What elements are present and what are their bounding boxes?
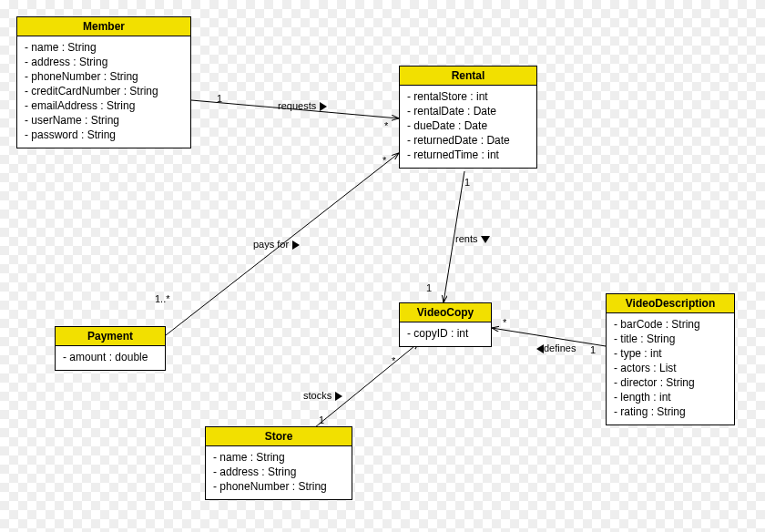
class-member-attrs: - name : String - address : String - pho… [17,36,190,148]
mult-paysfor-to: * [382,155,386,166]
edge-label-requests: requests [278,100,327,111]
class-rental: Rental - rentalStore : int - rentalDate … [399,66,537,169]
class-videocopy-title: VideoCopy [400,303,491,322]
class-rental-attrs: - rentalStore : int - rentalDate : Date … [400,86,536,168]
mult-paysfor-from: 1..* [155,293,170,304]
edge-label-text: rents [455,233,477,244]
attr: - name : String [25,40,183,55]
edge-label-text: defines [544,343,576,353]
attr: - creditCardNumber : String [25,84,183,98]
attr: - amount : double [63,350,158,364]
attr: - address : String [25,55,183,69]
attr: - returnedDate : Date [407,133,529,148]
class-payment: Payment - amount : double [55,326,166,371]
attr: - copyID : int [407,326,484,341]
attr: - userName : String [25,113,183,128]
mult-requests-to: * [384,120,388,131]
edge-label-stocks: stocks [303,390,342,401]
attr: - title : String [614,332,727,346]
attr: - director : String [614,375,727,390]
mult-rents-from: 1 [464,177,470,188]
class-store-title: Store [206,427,352,446]
arrow-icon [481,236,490,243]
attr: - emailAddress : String [25,98,183,113]
attr: - rentalDate : Date [407,104,529,118]
edge-label-paysfor: pays for [253,239,300,250]
class-payment-attrs: - amount : double [56,346,165,370]
class-videodescription: VideoDescription - barCode : String - ti… [606,293,735,425]
class-payment-title: Payment [56,327,165,346]
attr: - phoneNumber : String [213,479,344,494]
attr: - actors : List [614,361,727,375]
edge-label-text: requests [278,100,316,111]
edge-label-defines: defines [533,343,576,353]
attr: - rating : String [614,404,727,419]
mult-stocks-to: * [392,355,395,366]
class-member-title: Member [17,17,190,36]
class-videodescription-title: VideoDescription [607,294,734,313]
arrow-icon [335,392,342,401]
attr: - phoneNumber : String [25,69,183,84]
class-store-attrs: - name : String - address : String - pho… [206,446,352,499]
edge-label-text: stocks [303,390,332,401]
edge-label-rents: rents [455,233,490,244]
mult-defines-to: 1 [590,344,596,355]
edge-label-text: pays for [253,239,289,250]
class-videocopy: VideoCopy - copyID : int [399,302,492,347]
attr: - dueDate : Date [407,118,529,133]
attr: - barCode : String [614,317,727,332]
mult-rents-to: 1 [426,282,432,293]
attr: - returnedTime : int [407,148,529,162]
attr: - name : String [213,450,344,465]
uml-canvas: Member - name : String - address : Strin… [0,0,765,532]
class-rental-title: Rental [400,66,536,86]
class-videodescription-attrs: - barCode : String - title : String - ty… [607,313,734,425]
arrow-icon [320,102,327,111]
attr: - type : int [614,346,727,361]
arrow-icon [536,344,544,353]
mult-stocks-from: 1 [319,414,324,425]
attr: - address : String [213,465,344,479]
attr: - length : int [614,390,727,404]
class-member: Member - name : String - address : Strin… [16,16,191,148]
arrow-icon [292,240,300,250]
attr: - password : String [25,128,183,142]
attr: - rentalStore : int [407,89,529,104]
class-store: Store - name : String - address : String… [205,426,352,500]
class-videocopy-attrs: - copyID : int [400,322,491,346]
mult-defines-from: * [503,317,506,328]
mult-requests-from: 1 [217,93,222,104]
